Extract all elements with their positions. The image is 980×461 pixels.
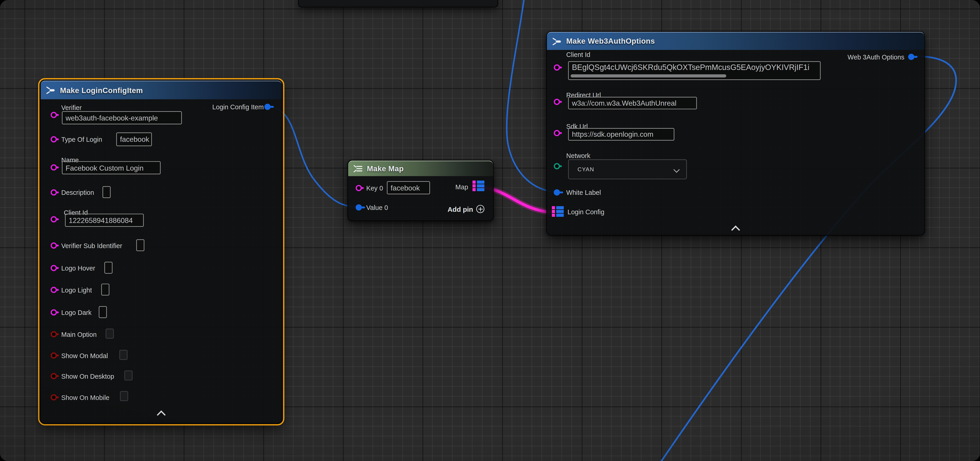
output-pin-login-config-item[interactable] [264, 104, 270, 110]
pin-label-login-config: Login Config [568, 208, 605, 216]
main-option-checkbox[interactable] [106, 329, 114, 339]
pin-label-key0: Key 0 [366, 184, 383, 192]
sdk-url-input[interactable]: https://sdk.openlogin.com [568, 128, 675, 141]
input-pin-redirect-url[interactable] [554, 99, 560, 105]
make-map-icon [353, 165, 363, 172]
map-key-cell [552, 214, 555, 217]
input-pin-key0[interactable] [356, 185, 362, 191]
network-dropdown[interactable]: CYAN [568, 159, 687, 179]
input-pin-client-id[interactable] [554, 64, 560, 70]
input-pin-name[interactable] [51, 164, 57, 170]
logo-dark-input[interactable] [99, 306, 107, 318]
input-pin-client-id[interactable] [51, 216, 57, 222]
node-make-map[interactable]: Make Map Key 0 facebook Map Value 0 Add … [347, 160, 494, 221]
node-header-make-loginconfigitem[interactable]: Make LoginConfigItem [41, 81, 282, 99]
add-pin-button[interactable]: Add pin [447, 205, 484, 213]
type-of-login-input[interactable]: facebook [116, 132, 152, 146]
key0-input[interactable]: facebook [387, 181, 430, 194]
pin-label-logo-hover: Logo Hover [61, 264, 95, 272]
input-pin-value0[interactable] [356, 204, 362, 210]
collapse-chevron-icon[interactable] [731, 226, 740, 234]
pin-label-verifier-sub-identifier: Verifier Sub Identifier [61, 242, 122, 249]
input-pin-show-on-modal[interactable] [51, 352, 57, 359]
blueprint-viewport: Make LoginConfigItem Login Config Item V… [0, 0, 980, 461]
verifier-sub-identifier-input[interactable] [136, 239, 145, 251]
input-pin-white-label[interactable] [554, 189, 560, 196]
verifier-input[interactable]: web3auth-facebook-example [62, 111, 182, 124]
input-pin-logo-dark[interactable] [51, 309, 57, 315]
input-pin-network[interactable] [554, 163, 560, 169]
node-title: Make Web3AuthOptions [566, 37, 655, 46]
input-pin-type-of-login[interactable] [51, 136, 57, 143]
output-pin-label: Login Config Item [212, 103, 264, 111]
logo-light-input[interactable] [101, 283, 110, 296]
client-id-input[interactable]: 1222658941886084 [65, 214, 144, 227]
map-value-cell [477, 181, 485, 184]
map-key-cell [473, 188, 476, 191]
pin-label-white-label: White Label [566, 189, 601, 196]
node-make-web3authoptions[interactable]: Make Web3AuthOptions Web 3Auth Options C… [546, 31, 925, 235]
input-pin-verifier[interactable] [51, 112, 57, 118]
map-value-cell [477, 184, 485, 187]
pin-label-verifier: Verifier [61, 104, 82, 111]
map-value-cell [556, 210, 563, 213]
description-input[interactable] [102, 186, 111, 198]
input-pin-main-option[interactable] [51, 331, 57, 337]
map-key-cell [473, 181, 476, 184]
map-key-cell [552, 210, 555, 213]
node-title: Make Map [367, 164, 404, 173]
collapse-chevron-icon[interactable] [157, 410, 166, 420]
map-key-cell [552, 206, 555, 209]
logo-hover-input[interactable] [104, 262, 113, 274]
output-pin-label-map: Map [455, 183, 468, 191]
input-pin-login-config[interactable] [552, 206, 563, 217]
client-id-input[interactable]: BEglQSgt4cUWcj6SKRdu5QkOXTsePmMcusG5EAoy… [568, 61, 821, 80]
pin-label-value0: Value 0 [366, 204, 388, 211]
pin-label-type-of-login: Type Of Login [61, 136, 102, 143]
pin-label-show-on-desktop: Show On Desktop [61, 372, 114, 380]
node-header-make-web3authoptions[interactable]: Make Web3AuthOptions [547, 32, 924, 50]
input-pin-show-on-desktop[interactable] [51, 373, 57, 379]
input-pin-sdk-url[interactable] [554, 130, 560, 136]
pin-label-show-on-mobile: Show On Mobile [61, 394, 110, 401]
output-pin-label: Web 3Auth Options [848, 53, 904, 60]
show-on-mobile-checkbox[interactable] [120, 391, 128, 401]
show-on-modal-checkbox[interactable] [119, 350, 128, 360]
map-value-cell [477, 188, 485, 191]
pin-label-client-id: Client Id [566, 51, 590, 58]
chevron-down-icon [673, 167, 679, 173]
pin-label-network: Network [566, 152, 590, 159]
name-input[interactable]: Facebook Custom Login [62, 161, 161, 174]
network-dropdown-value: CYAN [578, 166, 594, 172]
pin-label-logo-dark: Logo Dark [61, 309, 92, 316]
output-pin-web3auth-options[interactable] [908, 54, 914, 60]
node-make-loginconfigitem[interactable]: Make LoginConfigItem Login Config Item V… [40, 80, 283, 424]
input-pin-description[interactable] [51, 189, 57, 196]
pin-label-description: Description [61, 189, 94, 196]
node-title: Make LoginConfigItem [60, 86, 143, 95]
redirect-url-input[interactable]: w3a://com.w3a.Web3AuthUnreal [568, 97, 697, 109]
input-pin-logo-light[interactable] [51, 287, 57, 293]
client-id-scrollbar[interactable] [571, 74, 726, 78]
pin-label-show-on-modal: Show On Modal [61, 352, 108, 359]
map-value-cell [556, 214, 563, 217]
client-id-text: BEglQSgt4cUWcj6SKRdu5QkOXTsePmMcusG5EAoy… [572, 63, 809, 72]
output-pin-map[interactable] [473, 181, 485, 191]
input-pin-verifier-sub-identifier[interactable] [51, 242, 57, 248]
map-key-cell [473, 184, 476, 187]
make-struct-icon [46, 86, 56, 94]
make-struct-icon [552, 37, 562, 46]
show-on-desktop-checkbox[interactable] [124, 370, 133, 380]
map-value-cell [556, 206, 563, 209]
pin-label-logo-light: Logo Light [61, 286, 92, 294]
input-pin-show-on-mobile[interactable] [51, 394, 57, 401]
blueprint-graph-canvas[interactable]: Make LoginConfigItem Login Config Item V… [0, 0, 980, 461]
offscreen-node-edge[interactable] [298, 0, 498, 8]
add-pin-plus-icon [476, 205, 485, 213]
pin-label-main-option: Main Option [61, 331, 97, 338]
add-pin-label: Add pin [447, 205, 473, 213]
input-pin-logo-hover[interactable] [51, 265, 57, 271]
node-header-make-map[interactable]: Make Map [348, 161, 493, 176]
